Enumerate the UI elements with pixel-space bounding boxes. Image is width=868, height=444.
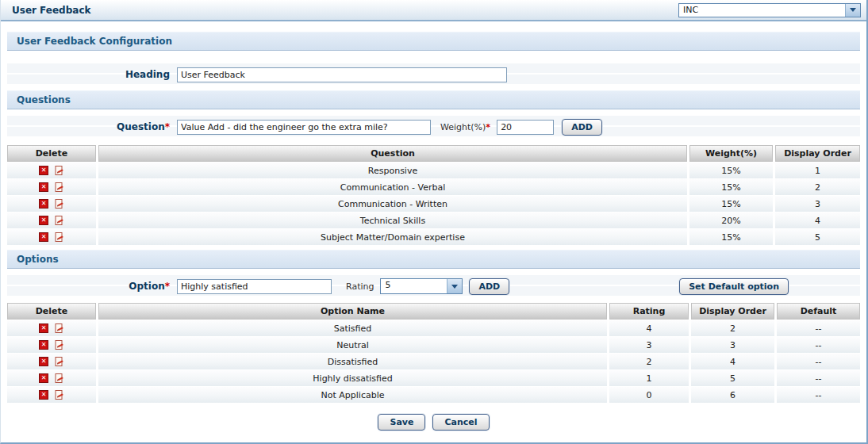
- delete-icon[interactable]: ✕: [39, 232, 48, 242]
- required-marker: *: [486, 122, 490, 132]
- edit-icon[interactable]: [53, 198, 64, 209]
- column-header-question: Question: [98, 145, 687, 162]
- questions-table-header: Delete Question Weight(%) Display Order: [7, 145, 860, 162]
- edit-icon[interactable]: [53, 389, 64, 400]
- default-cell: --: [777, 354, 860, 369]
- display-order-cell: 2: [775, 179, 860, 195]
- question-input[interactable]: [177, 120, 431, 135]
- option-input[interactable]: [177, 279, 332, 294]
- delete-icon[interactable]: ✕: [39, 166, 48, 175]
- row-actions: ✕: [7, 196, 96, 212]
- row-actions: ✕: [7, 370, 96, 386]
- questions-table-body: ✕ Responsive 15% 1 ✕: [7, 163, 860, 245]
- heading-input[interactable]: [177, 67, 507, 82]
- edit-icon[interactable]: [53, 373, 64, 384]
- delete-icon[interactable]: ✕: [39, 323, 48, 333]
- rating-cell: 1: [609, 370, 689, 386]
- chevron-down-icon[interactable]: [447, 279, 462, 293]
- rating-cell: 0: [609, 387, 689, 403]
- table-row: ✕ Communication - Written 15% 3: [7, 196, 860, 212]
- edit-icon[interactable]: [53, 356, 64, 367]
- edit-icon[interactable]: [53, 323, 64, 334]
- weight-cell: 20%: [689, 212, 773, 228]
- question-cell: Communication - Written: [98, 196, 687, 212]
- question-cell: Communication - Verbal: [98, 179, 687, 195]
- display-order-cell: 3: [775, 196, 860, 212]
- heading-form-row: Heading: [7, 63, 860, 86]
- option-form-row: Option* Rating 5 ADD Set Default option: [7, 275, 860, 297]
- display-order-cell: 6: [691, 387, 774, 403]
- delete-icon[interactable]: ✕: [39, 373, 48, 383]
- row-actions: ✕: [7, 387, 96, 403]
- delete-icon[interactable]: ✕: [39, 182, 48, 192]
- set-default-option-button[interactable]: Set Default option: [679, 278, 789, 295]
- rating-select[interactable]: 5: [380, 278, 463, 294]
- rating-select-value: 5: [381, 279, 447, 293]
- option-name-cell: Dissatisfied: [98, 354, 607, 369]
- options-table: Delete Option Name Rating Display Order …: [7, 303, 860, 403]
- display-order-cell: 5: [775, 229, 860, 245]
- display-order-cell: 3: [691, 337, 774, 353]
- display-order-cell: 1: [775, 163, 860, 178]
- weight-label: Weight(%)*: [440, 122, 490, 132]
- delete-icon[interactable]: ✕: [39, 357, 48, 366]
- options-table-body: ✕ Satisfied 4 2 -- ✕: [7, 320, 860, 403]
- table-row: ✕ Technical Skills 20% 4: [7, 212, 860, 228]
- table-row: ✕ Communication - Verbal 15% 2: [7, 179, 860, 195]
- row-actions: ✕: [7, 163, 96, 178]
- edit-icon[interactable]: [53, 182, 64, 193]
- table-row: ✕ Dissatisfied 2 4 --: [7, 354, 860, 369]
- weight-cell: 15%: [689, 179, 773, 195]
- row-actions: ✕: [7, 320, 96, 336]
- display-order-cell: 4: [691, 354, 774, 369]
- add-question-button[interactable]: ADD: [562, 119, 602, 136]
- display-order-cell: 4: [775, 212, 860, 228]
- edit-icon[interactable]: [53, 215, 64, 226]
- questions-table: Delete Question Weight(%) Display Order …: [7, 145, 860, 245]
- chevron-down-icon[interactable]: [845, 4, 860, 17]
- record-type-select[interactable]: INC: [678, 3, 861, 17]
- row-actions: ✕: [7, 212, 96, 228]
- delete-icon[interactable]: ✕: [39, 216, 48, 225]
- table-row: ✕ Responsive 15% 1: [7, 163, 860, 178]
- display-order-cell: 5: [691, 370, 774, 386]
- user-feedback-config-page: User Feedback INC User Feedback Configur…: [0, 0, 868, 444]
- config-section-title: User Feedback Configuration: [17, 36, 172, 47]
- rating-cell: 3: [609, 337, 689, 353]
- footer-actions: Save Cancel: [1, 414, 866, 431]
- questions-section-header: Questions: [7, 90, 860, 109]
- row-actions: ✕: [7, 337, 96, 353]
- option-name-cell: Neutral: [98, 337, 607, 353]
- row-actions: ✕: [7, 229, 96, 245]
- options-table-header: Delete Option Name Rating Display Order …: [7, 303, 860, 320]
- question-cell: Subject Matter/Domain expertise: [98, 229, 687, 245]
- delete-icon[interactable]: ✕: [39, 340, 48, 350]
- edit-icon[interactable]: [53, 232, 64, 243]
- title-bar: User Feedback INC: [1, 0, 866, 21]
- table-row: ✕ Not Applicable 0 6 --: [7, 387, 860, 403]
- column-header-rating: Rating: [609, 303, 689, 320]
- default-cell: --: [777, 370, 860, 386]
- question-form-row: Question* Weight(%)* ADD: [7, 116, 860, 138]
- column-header-default: Default: [777, 303, 860, 320]
- rating-cell: 2: [609, 354, 689, 369]
- option-name-cell: Satisfied: [98, 320, 607, 336]
- delete-icon[interactable]: ✕: [39, 390, 48, 400]
- weight-cell: 15%: [689, 229, 773, 245]
- save-button[interactable]: Save: [378, 414, 425, 431]
- delete-icon[interactable]: ✕: [39, 199, 48, 209]
- table-row: ✕ Neutral 3 3 --: [7, 337, 860, 353]
- edit-icon[interactable]: [53, 165, 64, 176]
- default-cell: --: [777, 387, 860, 403]
- option-name-cell: Highly dissatisfied: [98, 370, 607, 386]
- table-row: ✕ Satisfied 4 2 --: [7, 320, 860, 336]
- required-marker: *: [165, 121, 170, 132]
- required-marker: *: [165, 281, 170, 292]
- weight-input[interactable]: [497, 120, 554, 135]
- table-row: ✕ Subject Matter/Domain expertise 15% 5: [7, 229, 860, 245]
- cancel-button[interactable]: Cancel: [432, 414, 489, 431]
- column-header-delete: Delete: [7, 303, 96, 320]
- question-cell: Responsive: [98, 163, 687, 178]
- edit-icon[interactable]: [53, 339, 64, 350]
- add-option-button[interactable]: ADD: [469, 278, 509, 295]
